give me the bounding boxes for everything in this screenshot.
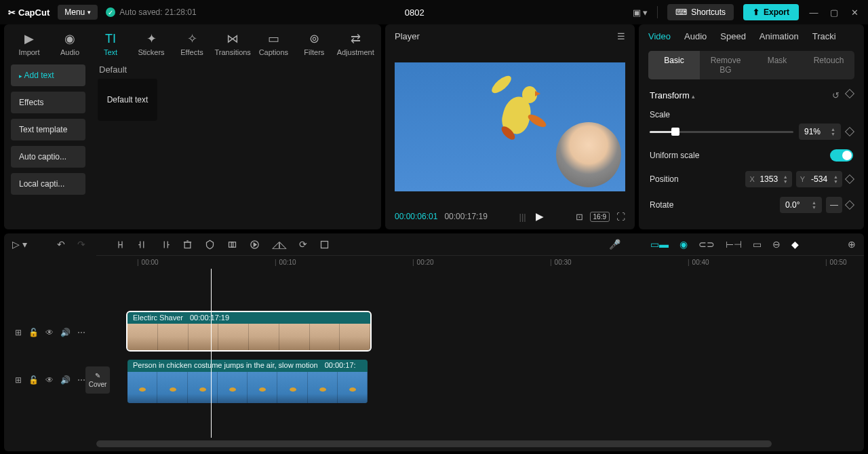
playhead[interactable] — [211, 269, 212, 438]
media-tab-adjustment[interactable]: ⇄Adjustment — [336, 29, 374, 59]
scale-input[interactable]: 91% ▲▼ — [799, 124, 841, 140]
rotate-input[interactable]: 0.0° ▲▼ — [780, 197, 822, 213]
shortcuts-button[interactable]: ⌨ Shortcuts — [667, 4, 734, 20]
reverse-tool[interactable] — [250, 240, 260, 250]
horizontal-scrollbar[interactable] — [96, 440, 772, 447]
keyframe-diamond-icon[interactable] — [845, 127, 854, 136]
inspector-tab-tracki[interactable]: Tracki — [812, 31, 836, 41]
inspector-tab-animation[interactable]: Animation — [760, 31, 799, 41]
aspect-ratio-button[interactable]: 16:9 — [590, 212, 610, 222]
align-tool[interactable]: ⊢⊣ — [726, 239, 742, 250]
play-button[interactable]: ▶ — [536, 210, 544, 223]
stepper-icon[interactable]: ▲▼ — [831, 127, 835, 136]
sidebar-item[interactable]: Auto captio... — [11, 146, 85, 168]
link-tool[interactable]: ⊂⊃ — [698, 239, 715, 250]
more-icon[interactable]: ⋯ — [77, 375, 85, 385]
stepper-icon[interactable]: ▲▼ — [833, 174, 838, 184]
subtab-remove-bg[interactable]: Remove BG — [700, 51, 751, 79]
keyframe-diamond-icon[interactable] — [845, 89, 854, 98]
mute-icon[interactable]: 🔊 — [60, 375, 71, 385]
tracks-area[interactable]: ⊞ 🔓 👁 🔊 ⋯ Electirc Shaver 00:00:17:19 — [4, 269, 864, 438]
redo-button[interactable]: ↷ — [77, 239, 85, 250]
magnetic-tool[interactable]: ▭▬ — [650, 239, 669, 250]
subtab-basic[interactable]: Basic — [648, 51, 700, 79]
fullscreen-icon[interactable]: ⛶ — [616, 212, 625, 222]
player-viewport[interactable] — [385, 48, 635, 205]
media-tab-effects[interactable]: ✧Effects — [174, 29, 210, 59]
uniform-scale-toggle[interactable] — [830, 149, 853, 162]
layout-icon[interactable]: ▣ ▾ — [633, 7, 648, 18]
crop-tool[interactable] — [227, 240, 237, 250]
timeline-ruler[interactable]: 00:0000:1000:2000:3000:4000:50 — [96, 255, 864, 269]
mirror-button[interactable]: — — [826, 197, 842, 213]
select-tool[interactable]: ▷ ▾ — [12, 239, 27, 250]
zoom-slider-thumb[interactable]: ◆ — [791, 239, 799, 250]
lock-icon[interactable]: 🔓 — [28, 375, 39, 385]
timeline-clip-2[interactable]: Person in chicken costume jumps in the a… — [127, 360, 368, 403]
freeze-tool[interactable] — [319, 240, 330, 250]
subtab-retouch[interactable]: Retouch — [803, 51, 854, 79]
player-menu-icon[interactable]: ☰ — [617, 31, 625, 41]
inspector-tab-speed[interactable]: Speed — [720, 31, 746, 41]
media-tab-filters[interactable]: ⊚Filters — [296, 29, 332, 59]
sidebar-item[interactable]: Local capti... — [11, 173, 85, 195]
sidebar-item[interactable]: Effects — [11, 92, 85, 113]
sidebar-item[interactable]: Add text — [11, 64, 85, 86]
compare-icon[interactable]: ⊡ — [576, 212, 583, 222]
minimize-button[interactable]: — — [808, 7, 819, 18]
position-label: Position — [650, 174, 679, 184]
delete-tool[interactable] — [182, 240, 193, 250]
inspector-tab-audio[interactable]: Audio — [684, 31, 707, 41]
columns-icon[interactable]: ||| — [519, 212, 526, 222]
mirror-tool[interactable]: ◿◺ — [272, 239, 287, 250]
sidebar-item[interactable]: Text template — [11, 119, 85, 140]
media-tab-import[interactable]: ▶Import — [11, 29, 47, 59]
position-y-input[interactable]: Y -534 ▲▼ — [796, 171, 842, 187]
default-text-thumb[interactable]: Default text — [98, 79, 157, 121]
stepper-icon[interactable]: ▲▼ — [812, 200, 816, 210]
media-tabs: ▶Import◉AudioTIText✦Stickers✧Effects⋈Tra… — [4, 24, 381, 59]
zoom-out-button[interactable]: ⊖ — [772, 239, 781, 250]
split-left-tool[interactable] — [138, 240, 148, 250]
titlebar: ✂ CapCut Menu ▾ ✓ Auto saved: 21:28:01 0… — [0, 0, 868, 24]
keyframe-diamond-icon[interactable] — [845, 174, 854, 184]
stepper-icon[interactable]: ▲▼ — [783, 174, 788, 184]
split-tool[interactable] — [115, 240, 125, 250]
media-tab-audio[interactable]: ◉Audio — [52, 29, 88, 59]
transform-header[interactable]: Transform ▴ ↺ — [650, 90, 853, 100]
maximize-button[interactable]: ▢ — [829, 7, 840, 18]
scrollbar-thumb[interactable] — [96, 440, 772, 447]
keyframe-diamond-icon[interactable] — [845, 200, 854, 210]
preview-tool[interactable]: ▭ — [753, 239, 762, 250]
reset-icon[interactable]: ↺ — [832, 90, 840, 100]
rotate-tool[interactable]: ⟳ — [299, 239, 307, 250]
auto-snap-tool[interactable]: ◉ — [679, 239, 688, 250]
inspector-tab-video[interactable]: Video — [648, 31, 671, 41]
eye-icon[interactable]: 👁 — [45, 328, 54, 337]
media-tab-transitions[interactable]: ⋈Transitions — [214, 29, 251, 59]
lock-icon[interactable]: 🔓 — [28, 328, 39, 337]
media-tab-captions[interactable]: ▭Captions — [255, 29, 292, 59]
more-icon[interactable]: ⋯ — [77, 328, 85, 337]
track-collapse-icon[interactable]: ⊞ — [15, 375, 22, 385]
scale-slider[interactable] — [650, 131, 793, 133]
undo-button[interactable]: ↶ — [57, 239, 65, 250]
zoom-in-button[interactable]: ⊕ — [848, 239, 856, 250]
media-tab-text[interactable]: TIText — [92, 29, 129, 59]
filters-icon: ⊚ — [309, 31, 319, 46]
export-button[interactable]: ⬆ Export — [743, 4, 799, 20]
marker-tool[interactable] — [205, 240, 215, 250]
mute-icon[interactable]: 🔊 — [60, 328, 71, 337]
eye-icon[interactable]: 👁 — [45, 375, 54, 385]
media-tab-stickers[interactable]: ✦Stickers — [133, 29, 170, 59]
menu-button[interactable]: Menu ▾ — [58, 5, 98, 20]
mic-icon[interactable]: 🎤 — [609, 239, 620, 250]
track-collapse-icon[interactable]: ⊞ — [15, 328, 22, 337]
position-x-input[interactable]: X 1353 ▲▼ — [745, 171, 791, 187]
timeline-clip-1[interactable]: Electirc Shaver 00:00:17:19 — [127, 312, 370, 350]
subtab-mask[interactable]: Mask — [751, 51, 803, 79]
close-button[interactable]: ✕ — [849, 7, 860, 18]
split-right-tool[interactable] — [160, 240, 170, 250]
timeline-panel: ▷ ▾ ↶ ↷ ◿◺ ⟳ 🎤 ▭▬ ◉ ⊂⊃ ⊢⊣ ▭ ⊖ ◆ ⊕ 00:000… — [4, 233, 864, 451]
rotate-row: Rotate 0.0° ▲▼ — — [650, 197, 853, 213]
